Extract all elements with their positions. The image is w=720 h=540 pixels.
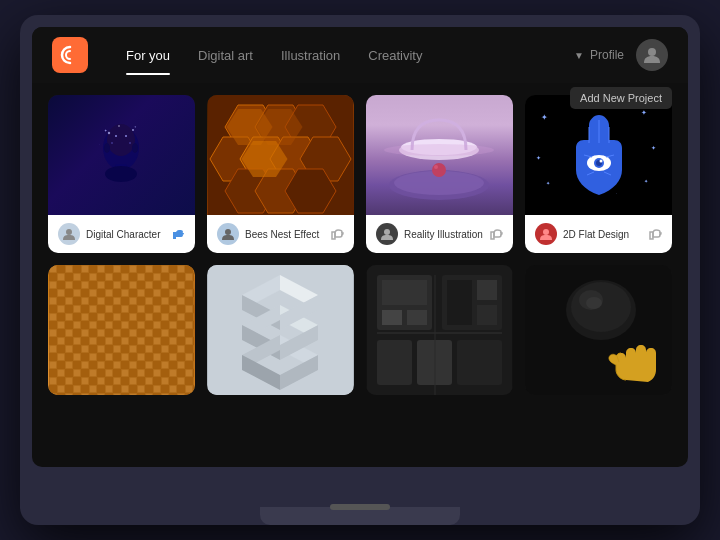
svg-rect-86 [407,310,427,325]
svg-rect-90 [477,305,497,325]
svg-point-0 [73,49,78,54]
svg-text:✦: ✦ [134,125,137,129]
svg-rect-84 [382,280,427,305]
author-2d-flat: 2D Flat Design [535,223,629,245]
like-button-1[interactable] [171,226,185,243]
svg-point-18 [132,143,138,153]
svg-point-100 [586,297,602,309]
card-geometric-stairs [207,265,354,395]
svg-text:✦: ✦ [536,155,541,161]
svg-point-4 [115,135,117,137]
card-footer-digital-character: Digital Character [48,215,195,253]
app-container: For you Digital art Illustration Creativ… [32,27,688,467]
svg-point-3 [107,124,135,156]
laptop-frame: For you Digital art Illustration Creativ… [20,15,700,525]
svg-point-43 [384,144,494,156]
svg-text:✦: ✦ [541,113,548,122]
svg-rect-91 [377,340,412,385]
profile-label: Profile [590,48,624,62]
author-avatar-2 [217,223,239,245]
avatar[interactable] [636,39,668,71]
author-name-1: Digital Character [86,229,160,240]
svg-point-36 [225,229,231,235]
svg-text:✦: ✦ [104,128,108,133]
card-image-digital-character: ✦ ✦ · · [48,95,195,215]
svg-text:✦: ✦ [641,109,647,116]
svg-text:·: · [616,191,617,196]
svg-point-19 [66,229,72,235]
svg-point-5 [125,135,127,137]
svg-point-98 [571,282,631,332]
svg-text:✦: ✦ [644,178,648,184]
nav-illustration[interactable]: Illustration [267,40,354,71]
like-button-2[interactable] [330,226,344,243]
card-digital-character: ✦ ✦ · · [48,95,195,253]
svg-point-6 [111,142,113,144]
card-2d-flat: ✦ ✦ ✦ ✦ ✦ ✦ · · [525,95,672,253]
author-avatar-1 [58,223,80,245]
card-image-reality [366,95,513,215]
logo[interactable] [52,37,88,73]
author-name-3: Reality Illustration [404,229,483,240]
svg-text:·: · [99,143,100,147]
header: For you Digital art Illustration Creativ… [32,27,688,83]
author-name-4: 2D Flat Design [563,229,629,240]
svg-point-10 [118,125,119,126]
author-name-2: Bees Nest Effect [245,229,319,240]
card-woven-texture [48,265,195,395]
nav-digital-art[interactable]: Digital art [184,40,267,71]
card-dark-art [366,265,513,395]
svg-rect-89 [477,280,497,300]
laptop-screen: For you Digital art Illustration Creativ… [32,27,688,467]
card-image-dark [366,265,513,395]
card-footer-2d-flat: 2D Flat Design [525,215,672,253]
svg-point-1 [648,48,656,56]
like-button-4[interactable] [648,226,662,243]
laptop-notch [330,504,390,510]
svg-point-42 [434,165,438,169]
laptop-base [260,507,460,525]
svg-rect-88 [447,280,472,325]
svg-point-44 [384,229,390,235]
card-footer-reality: Reality Illustration [366,215,513,253]
card-footer-bees-nest: Bees Nest Effect [207,215,354,253]
nav-creativity[interactable]: Creativity [354,40,436,71]
add-new-project-button[interactable]: Add New Project [570,87,672,109]
author-digital-character: Digital Character [58,223,160,245]
card-image-bees-nest [207,95,354,215]
svg-point-9 [132,129,134,131]
card-image-stairs [207,265,354,395]
svg-rect-93 [457,340,502,385]
dropdown-icon: ▼ [574,50,584,61]
svg-point-61 [543,229,549,235]
svg-rect-68 [49,265,194,395]
card-bees-nest: Bees Nest Effect [207,95,354,253]
svg-point-41 [432,163,446,177]
like-button-3[interactable] [489,226,503,243]
nav-for-you[interactable]: For you [112,40,184,71]
svg-text:✦: ✦ [546,180,550,186]
author-bees-nest: Bees Nest Effect [217,223,319,245]
cards-grid: ✦ ✦ · · [48,95,672,395]
svg-text:✦: ✦ [651,145,656,151]
svg-rect-85 [382,310,402,325]
author-reality: Reality Illustration [376,223,483,245]
main-nav: For you Digital art Illustration Creativ… [112,40,574,71]
svg-point-16 [105,166,137,182]
main-content: Add New Project [32,83,688,467]
card-image-3d [525,265,672,395]
svg-point-8 [108,131,110,133]
card-reality-illus: Reality Illustration [366,95,513,253]
card-image-2d-flat: ✦ ✦ ✦ ✦ ✦ ✦ · · [525,95,672,215]
header-right: ▼ Profile [574,39,668,71]
svg-point-17 [104,143,110,153]
card-image-woven [48,265,195,395]
card-3d-objects [525,265,672,395]
author-avatar-3 [376,223,398,245]
author-avatar-4 [535,223,557,245]
profile-button[interactable]: ▼ Profile [574,48,624,62]
svg-point-7 [129,142,131,144]
